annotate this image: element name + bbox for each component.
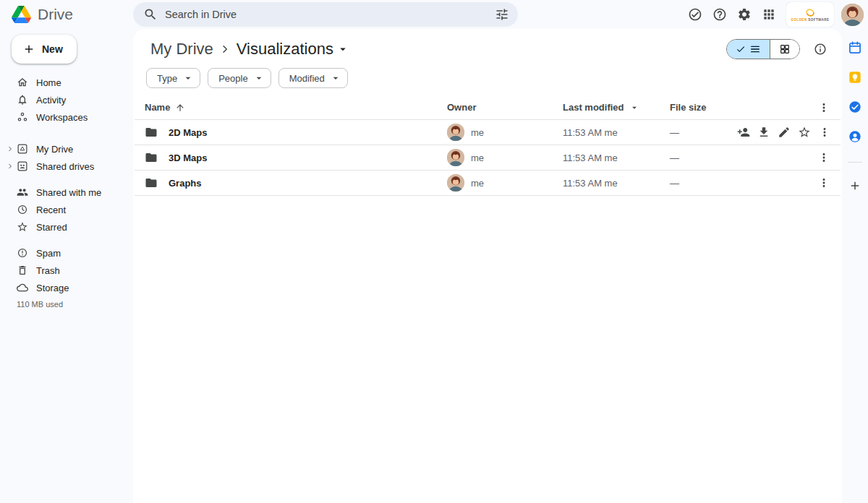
tasks-app-button[interactable]: [845, 97, 865, 117]
file-name: 2D Maps: [169, 127, 207, 138]
last-modified-label: 11:53 AM me: [563, 127, 670, 138]
contacts-app-button[interactable]: [845, 126, 865, 147]
user-photo-icon: [447, 174, 464, 192]
rename-button[interactable]: [775, 123, 793, 142]
sidebar-item-label: Spam: [36, 248, 61, 259]
owner-avatar: [447, 174, 464, 192]
column-header-file-size[interactable]: File size: [670, 102, 735, 113]
grid-view-icon: [779, 43, 791, 55]
header-controls: [726, 39, 830, 59]
more-actions-button[interactable]: [816, 123, 833, 142]
drive-logo-icon: [12, 6, 31, 23]
calendar-icon: [848, 40, 862, 55]
sidebar-item-label: Recent: [36, 205, 66, 215]
sidebar-item-starred[interactable]: Starred: [0, 218, 133, 236]
sidebar-item-my-drive[interactable]: My Drive: [0, 140, 133, 158]
shared-with-me-icon: [17, 186, 28, 198]
offline-status-button[interactable]: [684, 3, 707, 26]
sidebar-item-trash[interactable]: Trash: [0, 262, 133, 279]
list-view-button[interactable]: [727, 40, 770, 59]
storage-icon: [17, 282, 28, 293]
breadcrumb-label: My Drive: [150, 40, 213, 59]
share-button[interactable]: [735, 123, 752, 142]
star-button[interactable]: [796, 123, 813, 142]
caret-down-icon: [629, 103, 639, 113]
last-modified-label: 11:53 AM me: [563, 152, 670, 163]
grid-view-button[interactable]: [770, 40, 799, 59]
user-photo-icon: [447, 149, 464, 166]
filter-chip-type[interactable]: Type: [146, 68, 200, 88]
settings-icon: [737, 7, 752, 22]
column-header-name[interactable]: Name: [145, 102, 447, 113]
plus-icon: [22, 43, 35, 56]
column-header-last-modified[interactable]: Last modified: [563, 102, 670, 113]
spam-icon: [17, 247, 28, 259]
sidebar-item-activity[interactable]: Activity: [0, 91, 133, 108]
column-options-button[interactable]: [814, 98, 833, 117]
org-logo: GOLDEN SOFTWARE: [786, 2, 834, 27]
sidebar-item-workspaces[interactable]: Workspaces: [0, 108, 133, 126]
apps-grid-button[interactable]: [757, 3, 780, 26]
drive-home-link[interactable]: Drive: [12, 0, 73, 29]
trash-icon: [17, 265, 28, 276]
more-actions-button[interactable]: [814, 148, 833, 167]
sidebar-item-label: Storage: [36, 283, 69, 293]
search-icon[interactable]: [143, 7, 158, 22]
file-size-label: —: [670, 178, 735, 189]
download-button[interactable]: [755, 123, 773, 142]
shared-drives-icon: [17, 160, 28, 172]
file-name: Graphs: [169, 178, 202, 189]
file-row[interactable]: 2D Maps me 11:53 AM me —: [135, 120, 841, 145]
storage-usage-label: 110 MB used: [0, 300, 133, 309]
sidebar: New Home Activity Workspaces My Drive Sh…: [0, 29, 133, 503]
expand-arrow-icon[interactable]: [7, 163, 14, 170]
file-row[interactable]: 3D Maps me 11:53 AM me —: [135, 145, 841, 171]
settings-button[interactable]: [733, 3, 756, 26]
filter-chip-modified[interactable]: Modified: [278, 68, 348, 88]
file-row[interactable]: Graphs me 11:53 AM me —: [135, 171, 841, 196]
advanced-search-icon[interactable]: [495, 7, 509, 22]
column-label: Name: [145, 102, 170, 113]
offline-status-icon: [688, 7, 702, 22]
more-icon: [817, 176, 830, 189]
filter-chip-people[interactable]: People: [208, 68, 271, 88]
breadcrumb-label: Visualizations: [237, 40, 333, 59]
filter-chip-label: Type: [157, 73, 177, 84]
new-button[interactable]: New: [12, 35, 77, 64]
sidebar-item-shared-with-me[interactable]: Shared with me: [0, 184, 133, 201]
search-input[interactable]: [165, 9, 488, 20]
column-label: Owner: [447, 102, 476, 113]
more-actions-button[interactable]: [814, 173, 833, 192]
account-avatar[interactable]: [841, 4, 864, 26]
org-logo-text: GOLDEN SOFTWARE: [791, 18, 830, 22]
workspaces-icon: [17, 111, 28, 123]
owner-label: me: [471, 152, 484, 163]
sidebar-item-storage[interactable]: Storage: [0, 279, 133, 296]
owner-label: me: [471, 127, 484, 138]
folder-icon: [145, 151, 158, 164]
add-icon: [848, 179, 861, 192]
more-icon: [817, 101, 830, 114]
sidebar-item-recent[interactable]: Recent: [0, 201, 133, 218]
expand-arrow-icon[interactable]: [7, 145, 14, 152]
tasks-icon: [848, 100, 862, 114]
sidebar-item-spam[interactable]: Spam: [0, 244, 133, 262]
breadcrumb-my-drive[interactable]: My Drive: [146, 38, 218, 60]
sidebar-item-label: Trash: [36, 265, 60, 276]
search-bar[interactable]: [133, 2, 518, 27]
sidebar-item-label: Home: [36, 77, 61, 88]
more-icon: [817, 151, 830, 164]
file-size-label: —: [670, 152, 735, 163]
keep-app-button[interactable]: [845, 67, 865, 87]
sidebar-item-shared-drives[interactable]: Shared drives: [0, 158, 133, 175]
get-addons-button[interactable]: [845, 176, 865, 196]
help-button[interactable]: [708, 3, 731, 26]
details-button[interactable]: [810, 39, 830, 59]
column-label: File size: [670, 102, 707, 113]
column-header-owner[interactable]: Owner: [447, 102, 563, 113]
sidebar-item-home[interactable]: Home: [0, 74, 133, 91]
breadcrumb-current[interactable]: Visualizations: [232, 38, 354, 60]
calendar-app-button[interactable]: [845, 38, 865, 58]
app-title: Drive: [38, 6, 73, 23]
sidebar-item-label: Shared with me: [36, 187, 101, 198]
